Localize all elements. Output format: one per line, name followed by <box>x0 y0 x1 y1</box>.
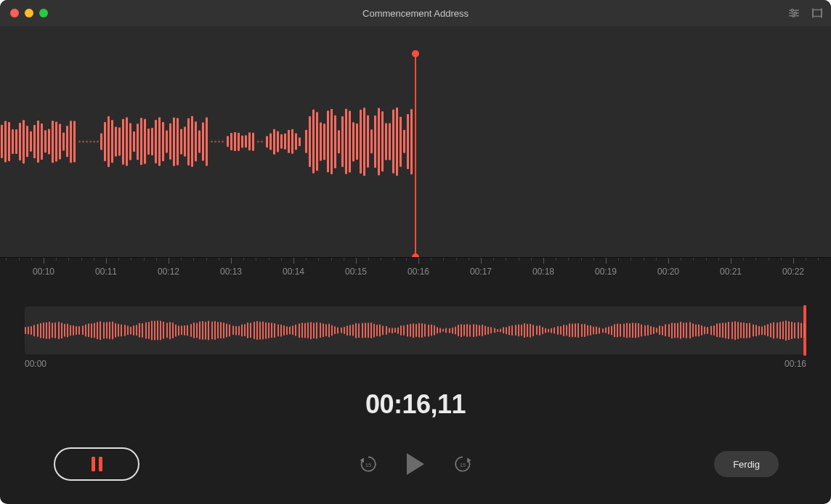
lower-panel: 00:00 00:16 00:16,11 <box>0 282 831 420</box>
overview-labels: 00:00 00:16 <box>25 359 806 369</box>
ruler-label: 00:20 <box>657 267 679 277</box>
done-button[interactable]: Ferdig <box>714 451 779 477</box>
ruler-label: 00:13 <box>220 267 242 277</box>
ruler-label: 00:22 <box>782 267 804 277</box>
center-controls: 15 15 <box>357 453 474 475</box>
waveform-detail[interactable] <box>0 26 831 257</box>
minimize-window-button[interactable] <box>25 9 33 17</box>
ruler-label: 00:12 <box>158 267 179 277</box>
playhead[interactable] <box>415 54 416 257</box>
ruler-label: 00:18 <box>532 267 554 277</box>
overview-start-time: 00:00 <box>25 359 46 369</box>
titlebar-right <box>787 0 824 26</box>
overview-end-time: 00:16 <box>785 359 806 369</box>
waveform-overview[interactable] <box>25 306 806 354</box>
close-window-button[interactable] <box>10 9 19 17</box>
transport-controls: 15 15 Ferdig <box>0 439 831 489</box>
window-title: Commencement Address <box>0 8 831 19</box>
trim-icon[interactable] <box>811 7 824 20</box>
ruler-label: 00:16 <box>408 267 429 277</box>
skip-back-button[interactable]: 15 <box>357 453 379 475</box>
timeline-ruler[interactable]: 00:1000:1100:1200:1300:1400:1500:1600:17… <box>0 257 831 282</box>
svg-text:15: 15 <box>460 462 466 468</box>
ruler-label: 00:17 <box>470 267 492 277</box>
current-time-display: 00:16,11 <box>25 389 806 420</box>
playhead-handle-top[interactable] <box>412 50 419 57</box>
ruler-label: 00:21 <box>720 267 742 277</box>
ruler-label: 00:11 <box>95 267 117 277</box>
svg-point-5 <box>793 15 795 17</box>
ruler-label: 00:15 <box>345 267 367 277</box>
zoom-window-button[interactable] <box>39 9 48 17</box>
app-window: Commencement Address 00 <box>0 0 831 504</box>
window-controls <box>10 9 48 17</box>
svg-rect-6 <box>813 10 822 17</box>
titlebar: Commencement Address <box>0 0 831 26</box>
pause-icon <box>92 457 102 471</box>
svg-text:15: 15 <box>365 462 372 468</box>
ruler-label: 00:10 <box>33 267 54 277</box>
play-button[interactable] <box>407 453 424 475</box>
pause-button[interactable] <box>54 447 139 481</box>
ruler-label: 00:14 <box>283 267 304 277</box>
skip-forward-button[interactable]: 15 <box>452 453 474 475</box>
ruler-label: 00:19 <box>595 267 617 277</box>
settings-icon[interactable] <box>787 7 800 20</box>
svg-point-1 <box>791 9 793 12</box>
svg-point-3 <box>795 12 797 15</box>
